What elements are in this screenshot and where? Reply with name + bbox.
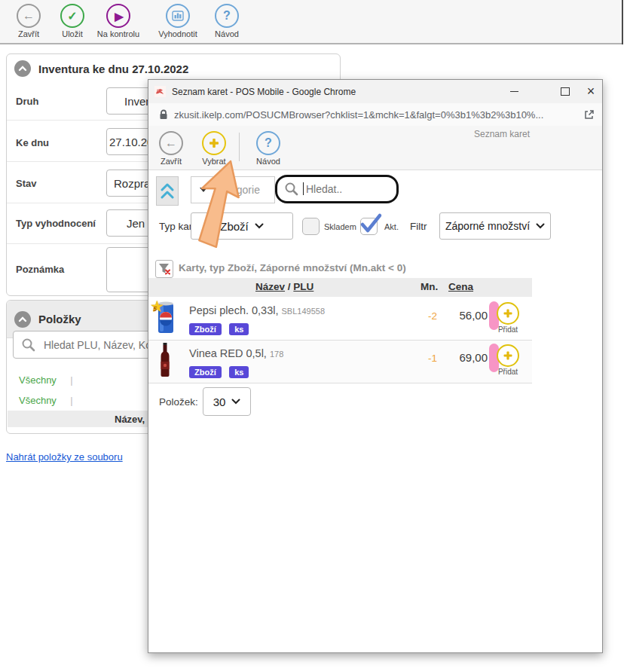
add-item-label: Přidat [491,325,525,334]
active-checkbox[interactable] [360,218,378,235]
price-value: 56,00 [441,309,488,322]
badge-zbozi: Zboží [189,366,222,378]
play-icon: ▶ [106,4,130,28]
product-plu: 178 [270,350,283,359]
chevron-down-icon [536,223,545,229]
sort-by-plu-link[interactable]: PLU [293,281,313,292]
window-close-button[interactable]: × [580,80,602,103]
list-column-header: Název / PLU Mn. Cena [148,278,532,297]
items-table-header-label: Název, [115,414,145,425]
collapse-chevron-icon[interactable] [14,60,31,77]
select-button-label: Vybrat [188,157,240,166]
sort-by-price-link[interactable]: Cena [448,281,473,292]
minimize-button[interactable] [503,80,525,103]
to-check-button-label: Na kontrolu [88,29,148,38]
popup-page-label: Seznam karet [474,129,530,139]
popup-url[interactable]: zkusit.ikelp.com/POSUCMBrowser?chklist=1… [174,109,543,121]
product-badges: Zboží ks [189,322,253,335]
field-label-ke-dnu: Ke dnu [16,137,49,148]
in-stock-label: Skladem [324,222,356,231]
badge-ks: ks [229,366,249,378]
search-icon [284,182,299,197]
double-chevron-up-icon [159,182,176,201]
product-badges: Zboží ks [189,365,253,378]
category-placeholder: Kategorie [215,184,260,196]
plus-icon [202,131,226,155]
favicon-icon [154,86,166,97]
popup-window-title: Seznam karet - POS Mobile - Google Chrom… [172,87,356,97]
field-label-poznamka: Poznámka [16,264,64,275]
badge-ks: ks [229,323,249,335]
sort-by-name-link[interactable]: Název [255,281,285,292]
collapse-filters-button[interactable] [156,176,179,206]
plus-icon [497,302,519,325]
search-icon [21,338,36,353]
select-button[interactable]: Vybrat [188,131,240,166]
vsechny-link-2[interactable]: Všechny [19,395,57,406]
popup-titlebar[interactable]: Seznam karet - POS Mobile - Google Chrom… [148,80,602,104]
add-item-button[interactable]: Přidat [491,344,525,376]
popup-help-button-label: Návod [242,157,295,166]
main-toolbar: ← Zavřít ✓ Uložit ▶ Na kontrolu Vyhodnot… [0,0,622,44]
inventory-panel-title: Inventura ke dnu 27.10.2022 [38,63,188,75]
vinea-bottle-image [159,343,171,377]
back-arrow-icon: ← [17,4,41,28]
active-label: Akt. [384,222,399,231]
items-panel-title: Položky [38,313,81,325]
list-title: Karty, typ Zboží, Záporné množství (Mn.a… [179,262,406,273]
open-in-new-icon[interactable] [584,109,595,120]
filter-select[interactable]: Záporné množství [439,212,551,240]
quantity-value: -1 [417,353,437,364]
add-item-label: Přidat [491,368,525,376]
funnel-remove-icon [158,263,171,275]
category-dropdown[interactable]: Kategorie [191,176,275,203]
star-badge-icon: ★5 [150,298,167,315]
upload-items-link[interactable]: Nahrát položky ze souboru [6,451,123,463]
collapse-chevron-icon[interactable] [14,311,31,328]
page-size-select[interactable]: 30 [203,387,251,416]
price-value: 69,00 [441,351,488,364]
row-separator [148,383,532,383]
help-button[interactable]: ? Návod [197,4,257,38]
card-type-select[interactable]: Zboží [191,212,293,240]
help-button-label: Návod [197,29,257,38]
plus-icon [497,344,519,367]
popup-search-input[interactable] [304,182,383,196]
back-arrow-icon: ← [159,131,183,155]
field-label-druh: Druh [16,96,38,107]
chevron-down-icon [255,223,264,229]
popup-urlbar: zkusit.ikelp.com/POSUCMBrowser?chklist=1… [148,103,602,127]
product-name: Vinea RED 0,5l, 178 [189,347,283,359]
toolbar-separator [239,133,240,161]
bar-chart-icon [166,4,190,28]
caret-down-icon [200,188,207,192]
vsechny-link-1[interactable]: Všechny [19,374,57,386]
maximize-icon [561,87,570,96]
badge-zbozi: Zboží [189,323,222,335]
qty-column-label: Mn. [421,281,438,292]
in-stock-checkbox[interactable] [302,218,320,235]
card-list-popup-window: Seznam karet - POS Mobile - Google Chrom… [148,79,603,653]
field-label-typ-vyhodnoceni: Typ vyhodnocení [16,218,96,229]
popup-toolbar: Seznam karet ← Zavřít Vybrat ? Návod [148,126,602,170]
maximize-button[interactable] [554,80,576,103]
product-name: Pepsi plech. 0,33l, SBL149558 [189,304,325,316]
close-icon: × [587,84,595,99]
question-icon: ? [256,131,280,155]
field-label-stav: Stav [16,178,36,189]
lock-icon [159,109,168,120]
text-caret [303,182,304,195]
page-size-label: Položek: [159,396,198,408]
product-plu: SBL149558 [282,307,326,316]
window-edge-line [622,0,623,44]
filter-link-row-1: Všechny | [19,373,73,386]
popup-help-button[interactable]: ? Návod [242,131,295,166]
filter-label: Filtr [410,221,427,232]
add-item-button[interactable]: Přidat [491,302,525,334]
quantity-value: -2 [417,310,437,322]
clear-filter-button[interactable] [155,260,173,278]
to-check-button[interactable]: ▶ Na kontrolu [88,4,148,38]
question-icon: ? [215,4,239,28]
filter-link-row-2: Všechny | [19,393,73,407]
checkmark-icon [359,212,383,234]
